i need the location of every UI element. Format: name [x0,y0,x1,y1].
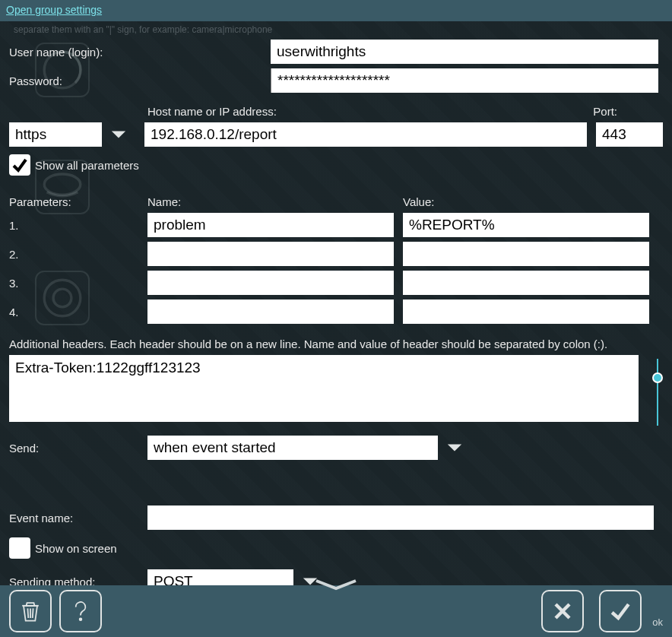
host-label: Host name or IP address: [147,105,277,118]
param-num-3: 3. [9,277,147,290]
username-input[interactable] [271,40,658,64]
send-label: Send: [9,442,147,455]
check-icon [607,597,634,625]
expand-chevron-icon[interactable] [312,578,360,594]
svg-point-10 [80,618,82,620]
param-value-3[interactable] [403,271,649,295]
param-name-3[interactable] [147,271,394,295]
question-icon [67,597,94,625]
svg-line-7 [27,608,28,618]
headers-textarea[interactable] [9,355,639,422]
open-group-settings-link[interactable]: Open group settings [6,4,102,16]
param-name-header: Name: [147,195,403,208]
param-num-2: 2. [9,248,147,261]
ok-button[interactable] [599,590,642,632]
protocol-select[interactable] [9,122,102,147]
param-value-1[interactable] [403,213,649,237]
close-icon [549,597,576,625]
host-input[interactable] [144,122,587,147]
port-input[interactable] [596,122,663,147]
show-all-checkbox[interactable] [9,154,30,176]
param-num-4: 4. [9,306,147,318]
ok-label: ok [652,616,663,628]
protocol-dropdown-icon[interactable] [102,122,135,147]
param-value-4[interactable] [403,299,649,324]
svg-marker-4 [112,131,125,138]
param-name-2[interactable] [147,242,394,266]
password-label: Password: [9,74,271,87]
svg-marker-5 [448,444,461,451]
param-name-1[interactable] [147,213,394,237]
show-on-screen-checkbox[interactable] [9,537,30,559]
port-label: Port: [593,105,617,118]
param-num-1: 1. [9,219,147,232]
cancel-button[interactable] [541,590,584,632]
event-name-input[interactable] [147,505,654,530]
delete-button[interactable] [9,590,52,632]
username-label: User name (login): [9,46,271,59]
send-dropdown-icon[interactable] [438,436,471,460]
parameters-label: Parameters: [9,195,147,208]
param-value-header: Value: [403,195,434,208]
trash-icon [17,597,44,625]
param-value-2[interactable] [403,242,649,266]
send-select[interactable] [147,436,438,460]
show-all-label: Show all parameters [35,159,139,172]
help-button[interactable] [59,590,102,632]
svg-line-9 [33,608,33,618]
additional-headers-label: Additional headers. Each header should b… [9,338,663,350]
show-on-screen-label: Show on screen [35,542,117,555]
password-input[interactable] [271,68,658,93]
event-name-label: Event name: [9,512,147,524]
param-name-4[interactable] [147,299,394,324]
